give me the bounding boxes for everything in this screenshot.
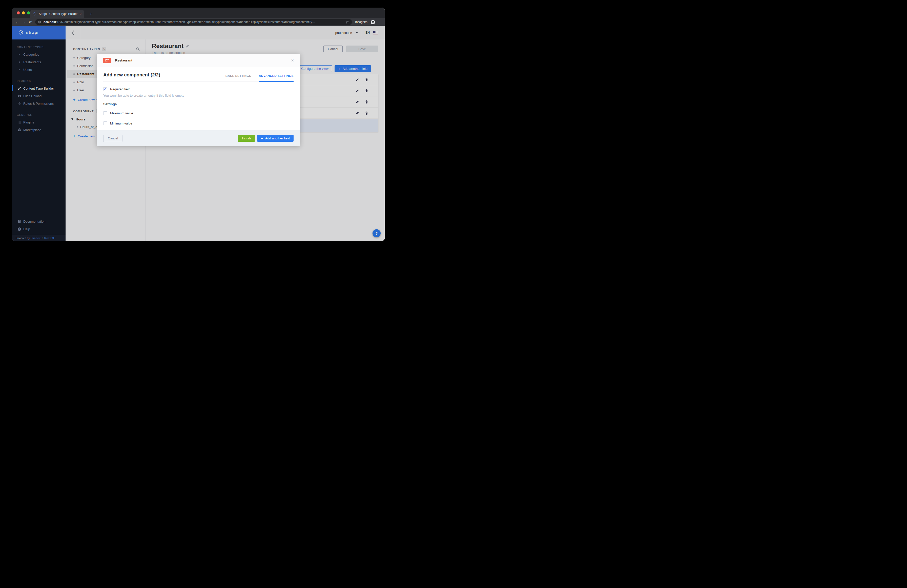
close-icon[interactable]: × <box>291 58 294 63</box>
bookmark-star-icon[interactable] <box>345 20 349 24</box>
modal-header: CT Restaurant × <box>97 54 300 67</box>
modal-cancel-button[interactable]: Cancel <box>103 135 122 142</box>
tab-base-settings[interactable]: BASE SETTINGS <box>226 74 251 82</box>
modal-tabs: BASE SETTINGS ADVANCED SETTINGS <box>226 74 293 82</box>
content-type-badge: CT <box>103 58 111 63</box>
reload-icon[interactable]: ⟳ <box>29 20 32 24</box>
modal-footer: Cancel Finish + Add another field <box>97 130 300 146</box>
close-window-button[interactable] <box>17 11 20 14</box>
modal-add-field-label: Add another field <box>265 136 290 140</box>
browser-menu-icon[interactable]: ⋮ <box>378 20 381 24</box>
url-path: :1337/admin/plugins/content-type-builder… <box>56 20 315 24</box>
settings-title: Settings <box>103 102 293 106</box>
maximum-value-row[interactable]: Maximum value <box>103 111 293 115</box>
strapi-favicon-icon <box>33 12 37 16</box>
maximum-value-label: Maximum value <box>110 111 133 115</box>
required-checkbox[interactable]: ✔ <box>103 87 107 91</box>
check-icon: ✔ <box>104 88 106 91</box>
incognito-icon <box>370 20 375 24</box>
maximum-value-checkbox[interactable] <box>103 111 107 115</box>
required-help-text: You won't be able to create an entry if … <box>103 94 293 98</box>
add-component-modal: CT Restaurant × Add new component (2/2) … <box>97 54 300 146</box>
forward-icon[interactable]: → <box>22 20 26 24</box>
back-icon[interactable]: ← <box>15 20 19 24</box>
tab-advanced-settings[interactable]: ADVANCED SETTINGS <box>259 74 293 82</box>
url-text[interactable]: localhost:1337/admin/plugins/content-typ… <box>43 20 344 24</box>
minimum-value-label: Minimum value <box>110 122 132 125</box>
modal-entity-name: Restaurant <box>115 58 132 62</box>
info-icon[interactable] <box>38 21 41 24</box>
browser-window: Strapi - Content Type Builder × + ← → ⟳ … <box>12 8 385 241</box>
incognito-label: Incognito <box>355 20 367 24</box>
browser-toolbar: ← → ⟳ localhost:1337/admin/plugins/conte… <box>12 18 385 26</box>
minimize-window-button[interactable] <box>22 11 25 14</box>
url-host: localhost <box>43 20 56 24</box>
strapi-app: strapi CONTENT TYPES Categories Restaura… <box>12 26 385 241</box>
address-bar[interactable]: localhost:1337/admin/plugins/content-typ… <box>35 19 352 25</box>
browser-tab[interactable]: Strapi - Content Type Builder × <box>30 10 84 18</box>
required-label: Required field <box>110 87 130 91</box>
modal-heading: Add new component (2/2) <box>103 72 226 82</box>
zoom-window-button[interactable] <box>27 11 30 14</box>
minimum-value-checkbox[interactable] <box>103 122 107 125</box>
tab-close-icon[interactable]: × <box>80 12 82 16</box>
window-controls <box>17 11 30 14</box>
modal-add-another-field-button[interactable]: + Add another field <box>257 135 293 142</box>
new-tab-button[interactable]: + <box>88 11 94 16</box>
tab-title: Strapi - Content Type Builder <box>39 12 77 16</box>
required-field-row[interactable]: ✔ Required field <box>103 87 293 91</box>
minimum-value-row[interactable]: Minimum value <box>103 122 293 125</box>
tab-strip: Strapi - Content Type Builder × + <box>12 8 385 18</box>
plus-icon: + <box>261 136 263 140</box>
finish-button[interactable]: Finish <box>238 135 255 142</box>
